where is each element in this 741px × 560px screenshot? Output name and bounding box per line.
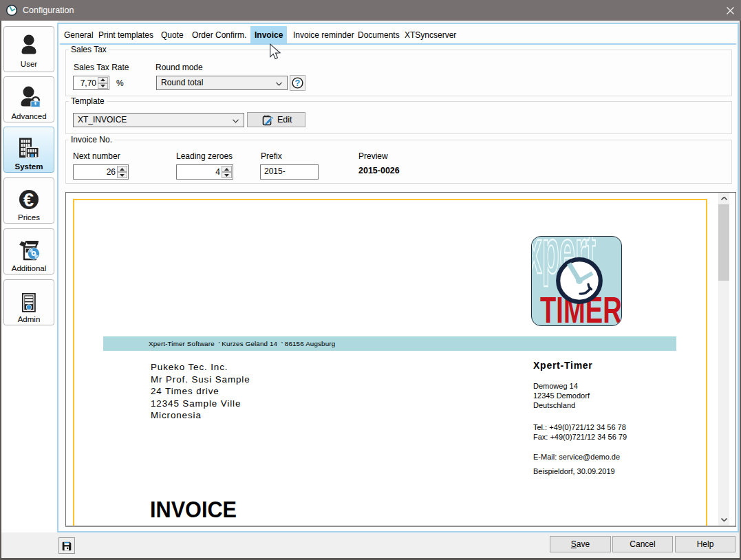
svg-text:?: ? [295,78,301,88]
svg-text:€: € [23,190,34,211]
